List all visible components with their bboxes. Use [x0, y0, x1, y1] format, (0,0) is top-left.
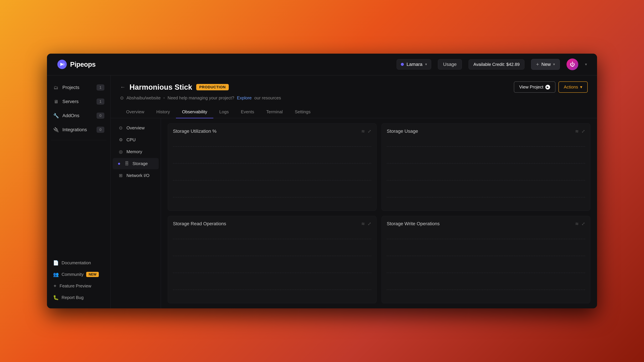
- obs-cpu-icon: ⚙: [118, 137, 124, 142]
- tab-terminal[interactable]: Terminal: [260, 106, 289, 118]
- obs-memory-icon: ◎: [118, 149, 124, 154]
- tab-logs[interactable]: Logs: [213, 106, 235, 118]
- app-name: Pipeops: [70, 61, 96, 68]
- sidebar-item-integrations[interactable]: 🔌 Integrations 0: [49, 123, 108, 136]
- tab-events[interactable]: Events: [235, 106, 260, 118]
- project-title-left: ← Harmonious Stick PRODUCTION: [120, 83, 229, 91]
- chart-body-write: [387, 230, 585, 298]
- top-navbar: Pipeops Lamara ▾ Usage Available Credit:…: [47, 54, 597, 75]
- sidebar-label-servers: Servers: [62, 99, 93, 104]
- chart-body-read: [173, 230, 371, 298]
- tab-history[interactable]: History: [150, 106, 176, 118]
- chart-storage-write: Storage Write Operations ≋ ⤢: [382, 216, 590, 303]
- sidebar-item-addons[interactable]: 🔧 AddOns 0: [49, 109, 108, 122]
- chart-line-4: [173, 197, 371, 197]
- expand-icon-utilization[interactable]: ⤢: [368, 129, 371, 134]
- workspace-name: Lamara: [406, 62, 422, 67]
- obs-nav-overview[interactable]: ⊙ Overview: [113, 122, 159, 134]
- obs-nav-storage[interactable]: 🗄 Storage: [113, 158, 159, 169]
- back-button[interactable]: ←: [120, 84, 126, 90]
- obs-nav-network[interactable]: ⊞ Network I/O: [113, 170, 159, 181]
- pipeops-logo-icon: [57, 59, 67, 69]
- chart-line-10: [173, 256, 371, 256]
- credit-badge: Available Credit: $42.89: [468, 59, 524, 69]
- community-label: Community: [62, 272, 84, 277]
- projects-badge: 1: [96, 84, 104, 90]
- chart-title-usage: Storage Usage: [387, 129, 418, 134]
- sidebar-item-report-bug[interactable]: 🐛 Report Bug: [49, 292, 108, 303]
- separator: •: [163, 95, 165, 100]
- view-project-play-icon: ▶: [546, 85, 550, 89]
- obs-nav-cpu[interactable]: ⚙ CPU: [113, 134, 159, 145]
- app-window: Pipeops Lamara ▾ Usage Available Credit:…: [47, 54, 597, 308]
- credit-label: Available Credit:: [474, 62, 505, 67]
- actions-label: Actions: [564, 84, 578, 90]
- integrations-badge: 0: [96, 127, 104, 133]
- sidebar-item-feature-preview[interactable]: ✦ Feature Preview: [49, 280, 108, 292]
- filter-icon-read[interactable]: ≋: [361, 221, 365, 226]
- usage-button[interactable]: Usage: [438, 59, 462, 69]
- view-project-label: View Project: [519, 84, 544, 90]
- filter-icon-write[interactable]: ≋: [575, 221, 579, 226]
- addons-icon: 🔧: [53, 113, 59, 118]
- expand-icon-read[interactable]: ⤢: [368, 221, 371, 226]
- workspace-selector[interactable]: Lamara ▾: [397, 59, 431, 69]
- chart-line-5: [387, 146, 585, 147]
- chart-actions-usage: ≋ ⤢: [575, 129, 585, 134]
- chart-storage-read: Storage Read Operations ≋ ⤢: [168, 216, 376, 303]
- tab-settings[interactable]: Settings: [289, 106, 317, 118]
- sidebar-bottom: 📄 Documentation 👥 Community NEW ✦ Featur…: [47, 257, 110, 303]
- documentation-icon: 📄: [53, 260, 59, 266]
- report-bug-icon: 🐛: [53, 295, 59, 300]
- obs-nav-memory[interactable]: ◎ Memory: [113, 146, 159, 157]
- chart-line-15: [387, 273, 585, 273]
- filter-icon-utilization[interactable]: ≋: [361, 129, 365, 134]
- new-chevron-icon: ▾: [553, 62, 555, 66]
- chart-line-7: [387, 180, 585, 180]
- actions-button[interactable]: Actions ▾: [558, 81, 588, 93]
- tab-observability[interactable]: Observability: [176, 106, 213, 118]
- view-project-button[interactable]: View Project ▶: [514, 81, 556, 93]
- new-button[interactable]: + New ▾: [531, 59, 560, 70]
- projects-icon: 🗂: [53, 85, 59, 90]
- sidebar-label-addons: AddOns: [62, 113, 93, 118]
- charts-area: Storage Utilization % ≋ ⤢: [161, 118, 597, 308]
- obs-overview-label: Overview: [126, 125, 144, 131]
- project-title-right: View Project ▶ Actions ▾: [514, 81, 588, 93]
- chart-title-read: Storage Read Operations: [173, 221, 226, 226]
- tab-overview[interactable]: Overview: [120, 106, 150, 118]
- chart-line-13: [387, 239, 585, 239]
- explore-link[interactable]: Explore: [237, 95, 252, 100]
- sidebar-item-community[interactable]: 👥 Community NEW: [49, 269, 108, 280]
- resources-text: our resources: [254, 95, 281, 100]
- main-area: 🗂 Projects 1 🖥 Servers 1 🔧 AddOns 0 🔌 In…: [47, 75, 597, 308]
- sidebar-item-servers[interactable]: 🖥 Servers 1: [49, 95, 108, 108]
- chart-line-14: [387, 256, 585, 256]
- chart-header-utilization: Storage Utilization % ≋ ⤢: [173, 129, 371, 134]
- sidebar-item-projects[interactable]: 🗂 Projects 1: [49, 81, 108, 94]
- expand-icon-write[interactable]: ⤢: [582, 221, 585, 226]
- feature-preview-label: Feature Preview: [60, 283, 91, 289]
- project-header: ← Harmonious Stick PRODUCTION View Proje…: [111, 75, 597, 106]
- obs-storage-label: Storage: [132, 161, 148, 166]
- chart-storage-usage: Storage Usage ≋ ⤢: [382, 123, 590, 211]
- svg-point-1: [62, 63, 65, 66]
- sidebar-item-documentation[interactable]: 📄 Documentation: [49, 257, 108, 269]
- workspace-dot: [401, 63, 404, 66]
- repo-link: Abshaibu/website: [126, 95, 161, 100]
- workspace-chevron-icon: ▾: [425, 62, 427, 66]
- community-icon: 👥: [53, 272, 59, 277]
- power-chevron-icon: ▾: [585, 62, 587, 67]
- power-icon: ⏻: [570, 61, 575, 67]
- obs-storage-icon: 🗄: [124, 161, 130, 166]
- project-subtitle: ⊙ Abshaibu/website • Need help managing …: [120, 95, 588, 100]
- sidebar: 🗂 Projects 1 🖥 Servers 1 🔧 AddOns 0 🔌 In…: [47, 75, 111, 308]
- obs-network-label: Network I/O: [126, 173, 150, 178]
- servers-badge: 1: [96, 98, 104, 105]
- documentation-label: Documentation: [62, 260, 91, 266]
- filter-icon-usage[interactable]: ≋: [575, 129, 579, 134]
- chart-line-9: [173, 239, 371, 239]
- power-button[interactable]: ⏻: [566, 58, 578, 70]
- chart-line-3: [173, 180, 371, 180]
- expand-icon-usage[interactable]: ⤢: [582, 129, 585, 134]
